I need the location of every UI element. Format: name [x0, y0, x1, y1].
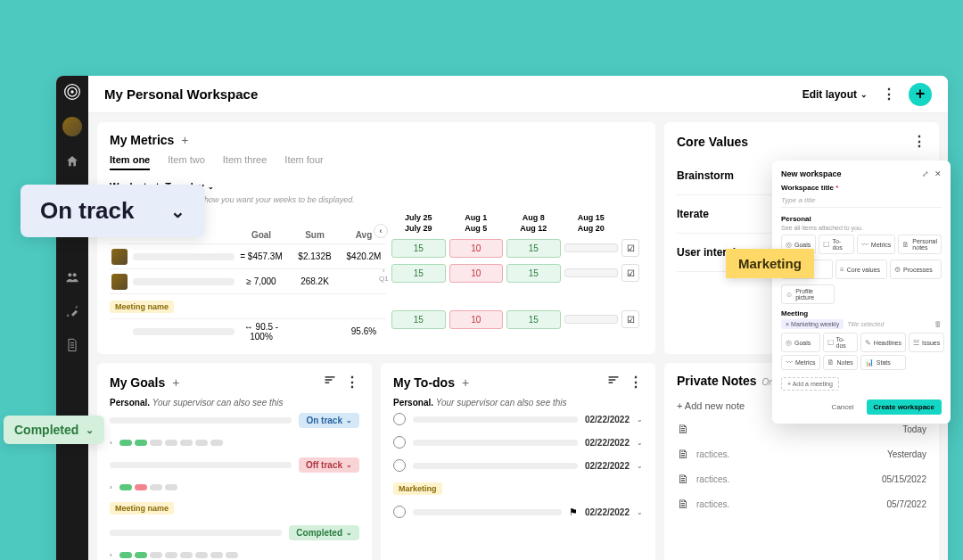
note-row[interactable]: 🗎ractices.05/15/2022 [677, 466, 926, 491]
todo-checkbox-icon[interactable] [393, 459, 406, 472]
highlight-completed-badge: Completed⌄ [4, 416, 104, 444]
status-ontrack[interactable]: On track ⌄ [299, 413, 359, 428]
more-options-icon[interactable]: ⋮ [629, 374, 643, 391]
tab-item-one[interactable]: Item one [110, 154, 150, 170]
chip-m-headlines[interactable]: ✎Headlines [860, 333, 906, 352]
people-icon[interactable] [63, 268, 81, 286]
chevron-down-icon[interactable]: ⌄ [637, 508, 643, 516]
close-icon[interactable]: ✕ [934, 169, 942, 178]
add-goal-icon[interactable]: + [172, 375, 179, 390]
edit-layout-button[interactable]: Edit layout ⌄ [802, 88, 868, 101]
metric-value[interactable]: 15 [391, 310, 446, 329]
personal-hint: See all items attached to you. [781, 225, 942, 231]
todo-checkbox-icon[interactable] [393, 506, 406, 518]
settings-icon[interactable] [63, 302, 81, 320]
chip-m-stats[interactable]: 📊Stats [860, 355, 906, 370]
quarter-nav[interactable]: ‹Q1 [379, 267, 389, 283]
metric-value[interactable]: 15 [506, 239, 561, 258]
chip-profile-picture[interactable]: ☺Profile picture [781, 284, 835, 304]
sort-icon[interactable] [324, 374, 336, 391]
metric-tag-row: Meeting name [110, 293, 386, 318]
check-icon[interactable]: ☑ [621, 310, 639, 328]
metrics-card: My Metrics + Item one Item two Item thre… [97, 122, 655, 354]
chip-personal-notes[interactable]: 🗎Personal notes [898, 235, 942, 254]
note-row[interactable]: 🗎ractices.05/7/2022 [677, 491, 926, 516]
expand-icon[interactable]: ⤢ [922, 169, 929, 178]
create-workspace-button[interactable]: Create workspace [867, 399, 942, 415]
chip-m-notes[interactable]: 🗎Notes [823, 355, 858, 370]
metric-value[interactable]: 15 [506, 310, 561, 329]
left-sidebar [56, 76, 88, 560]
metric-value[interactable]: 10 [449, 239, 504, 258]
goal-nav-left-icon[interactable]: ‹ [374, 224, 388, 238]
chip-processes[interactable]: ⚙Processes [890, 259, 942, 279]
note-icon: 🗎 [677, 472, 689, 486]
add-button[interactable]: + [909, 83, 932, 106]
metric-value[interactable]: 10 [449, 264, 504, 283]
header-bar: My Personal Workspace Edit layout ⌄ ⋮ + [88, 76, 948, 113]
todo-checkbox-icon[interactable] [393, 413, 406, 425]
todo-row[interactable]: 02/22/2022⌄ [393, 431, 643, 454]
chip-core-values[interactable]: ≡Core values [835, 259, 887, 279]
personal-section-label: Personal [781, 215, 942, 223]
expand-icon[interactable]: › [110, 483, 112, 491]
tab-item-two[interactable]: Item two [168, 154, 205, 170]
tab-item-four[interactable]: Item four [284, 154, 323, 170]
metric-value-empty[interactable] [564, 268, 619, 277]
metric-value-empty[interactable] [564, 315, 619, 324]
metric-value[interactable]: 15 [391, 239, 446, 258]
status-offtrack[interactable]: Off track ⌄ [299, 457, 359, 473]
user-avatar-icon[interactable] [62, 117, 82, 136]
add-metric-icon[interactable]: + [181, 133, 188, 147]
page-title: My Personal Workspace [104, 86, 802, 102]
note-row[interactable]: 🗎ractices.Yesterday [677, 441, 926, 466]
add-meeting-button[interactable]: + Add a meeting [781, 377, 839, 391]
metric-value[interactable]: 15 [506, 264, 561, 283]
chip-m-issues[interactable]: ☱Issues [909, 333, 944, 352]
chevron-down-icon: ⌄ [170, 201, 185, 222]
expand-icon[interactable]: › [110, 439, 112, 447]
modal-title: New workspace [781, 169, 842, 178]
todo-row[interactable]: ⚑02/22/2022⌄ [393, 500, 643, 523]
chip-m-goals[interactable]: ◎Goals [781, 333, 820, 352]
user-avatar-icon [111, 274, 128, 290]
status-completed[interactable]: Completed ⌄ [289, 525, 359, 540]
more-options-icon[interactable]: ⋮ [882, 86, 896, 103]
document-icon[interactable] [63, 336, 81, 354]
more-options-icon[interactable]: ⋮ [912, 133, 926, 150]
metrics-title: My Metrics [110, 133, 174, 147]
add-todo-icon[interactable]: + [462, 375, 469, 390]
sort-icon[interactable] [607, 374, 620, 391]
chevron-down-icon[interactable]: ⌄ [637, 462, 643, 470]
metric-value[interactable]: 15 [391, 264, 446, 283]
metric-value-empty[interactable] [564, 243, 619, 252]
expand-icon[interactable]: › [110, 551, 112, 559]
chip-todos[interactable]: ☐To-dos [819, 235, 853, 254]
goal-pills-row: › [110, 478, 359, 497]
chevron-down-icon[interactable]: ⌄ [637, 416, 643, 424]
core-values-title: Core Values [677, 135, 748, 149]
chip-metrics[interactable]: 〰Metrics [857, 235, 896, 254]
home-icon[interactable] [63, 152, 81, 170]
meeting-tag[interactable]: × Marketing weekly [781, 319, 844, 329]
chip-m-metrics[interactable]: 〰Metrics [781, 355, 820, 370]
workspace-title-input[interactable]: Type a title [781, 194, 942, 208]
todo-row[interactable]: 02/22/2022⌄ [393, 454, 643, 477]
goal-pills-row: › [110, 546, 359, 560]
app-logo-icon[interactable] [63, 83, 81, 101]
tab-item-three[interactable]: Item three [223, 154, 268, 170]
chevron-down-icon[interactable]: ⌄ [637, 439, 643, 447]
user-avatar-icon [111, 249, 128, 265]
meeting-name-tag: Meeting name [110, 301, 174, 313]
more-options-icon[interactable]: ⋮ [345, 374, 359, 391]
chip-m-todos[interactable]: ☐To-dos [823, 333, 858, 352]
todo-checkbox-icon[interactable] [393, 436, 406, 449]
todo-row[interactable]: 02/22/2022⌄ [393, 408, 643, 431]
cancel-button[interactable]: Cancel [825, 399, 861, 415]
check-icon[interactable]: ☑ [621, 264, 639, 282]
metric-value[interactable]: 10 [449, 310, 504, 329]
check-icon[interactable]: ☑ [621, 239, 639, 257]
delete-icon[interactable]: 🗑 [934, 320, 942, 328]
marketing-tag: Marketing [393, 482, 442, 495]
svg-point-2 [70, 90, 73, 93]
